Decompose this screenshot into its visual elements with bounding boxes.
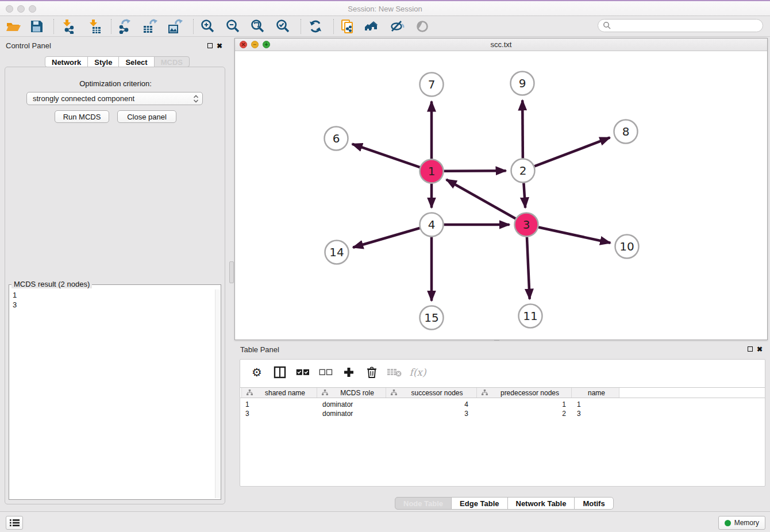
graph-edge-3-11[interactable] xyxy=(527,237,530,299)
task-history-button[interactable] xyxy=(6,516,23,530)
zoom-selected-icon[interactable] xyxy=(275,18,291,34)
export-image-icon[interactable] xyxy=(167,18,183,34)
table-panel-title: Table Panel xyxy=(240,345,279,354)
function-builder-icon: f(x) xyxy=(410,365,425,380)
graph-edge-4-14[interactable] xyxy=(353,228,419,248)
close-panel-button[interactable]: Close panel xyxy=(117,110,176,123)
graph-edge-2-8[interactable] xyxy=(534,137,610,166)
column-header-name[interactable]: name xyxy=(572,388,619,398)
memory-status-icon xyxy=(725,520,731,526)
cell-successor-nodes[interactable]: 4 xyxy=(386,400,477,409)
control-panel-float-icon[interactable] xyxy=(207,43,213,48)
tab-network[interactable]: Network xyxy=(45,56,88,67)
cell-successor-nodes[interactable]: 3 xyxy=(386,409,477,418)
tab-node-table[interactable]: Node Table xyxy=(395,497,452,510)
cell-mcds-role[interactable]: dominator xyxy=(317,400,386,409)
inactive-eye-icon[interactable] xyxy=(415,18,431,34)
column-header-predecessor-nodes[interactable]: predecessor nodes xyxy=(477,388,572,398)
table-header-row: shared name MCDS role successor nodes pr… xyxy=(240,387,765,398)
tab-select[interactable]: Select xyxy=(118,56,154,67)
home-icon[interactable] xyxy=(365,18,381,34)
cell-predecessor-nodes[interactable]: 2 xyxy=(477,409,572,418)
cell-shared-name[interactable]: 1 xyxy=(241,400,317,409)
control-panel-title: Control Panel xyxy=(6,41,51,50)
delete-column-icon[interactable] xyxy=(364,365,379,380)
dropdown-value: strongly connected component xyxy=(33,94,193,103)
memory-label: Memory xyxy=(734,519,759,527)
column-tree-icon xyxy=(322,390,328,396)
export-table-icon[interactable] xyxy=(142,18,158,34)
clone-network-icon[interactable] xyxy=(340,18,356,34)
column-header-shared-name[interactable]: shared name xyxy=(241,388,317,398)
zoom-in-icon[interactable] xyxy=(200,18,216,34)
result-line: 1 xyxy=(13,290,17,300)
table-settings-gear-icon[interactable]: ⚙ xyxy=(249,365,264,380)
main-toolbar xyxy=(0,16,770,37)
export-network-icon[interactable] xyxy=(117,18,133,34)
cell-mcds-role[interactable]: dominator xyxy=(317,409,386,418)
control-panel: Optimization criterion: strongly connect… xyxy=(5,67,225,504)
graph-node-label-2: 2 xyxy=(519,164,527,178)
search-box[interactable] xyxy=(598,19,763,32)
toolbar-separator xyxy=(301,19,301,34)
add-column-icon[interactable] xyxy=(341,365,356,380)
deselect-all-icon[interactable] xyxy=(318,365,333,380)
control-panel-tabs: Network Style Select MCDS xyxy=(45,56,190,67)
table-panel-float-icon[interactable] xyxy=(748,346,753,352)
column-tree-icon xyxy=(482,390,488,396)
cell-shared-name[interactable]: 3 xyxy=(241,409,317,418)
table-panel-close-icon[interactable]: ✖ xyxy=(757,346,763,353)
refresh-icon[interactable] xyxy=(307,18,324,34)
graph-edge-1-6[interactable] xyxy=(352,144,420,167)
cell-name[interactable]: 3 xyxy=(572,409,619,418)
cell-name[interactable]: 1 xyxy=(572,400,619,409)
graph-edge-3-10[interactable] xyxy=(538,228,610,243)
open-session-icon[interactable] xyxy=(5,18,21,34)
tab-mcds[interactable]: MCDS xyxy=(154,56,190,67)
network-window-titlebar[interactable]: ✕ − + scc.txt xyxy=(235,38,767,51)
tab-motifs[interactable]: Motifs xyxy=(574,497,613,510)
graph-edge-1-2[interactable] xyxy=(444,171,506,171)
memory-button[interactable]: Memory xyxy=(718,516,765,530)
zoom-out-icon[interactable] xyxy=(225,18,241,34)
control-panel-close-icon[interactable]: ✖ xyxy=(217,43,222,49)
graph-node-label-10: 10 xyxy=(619,240,634,253)
graph-node-label-6: 6 xyxy=(333,132,340,145)
table-row[interactable]: 1 dominator 4 1 1 xyxy=(240,400,765,409)
graph-node-label-14: 14 xyxy=(329,245,344,259)
cell-predecessor-nodes[interactable]: 1 xyxy=(477,400,572,409)
zoom-fit-icon[interactable] xyxy=(250,18,266,34)
optimization-criterion-dropdown[interactable]: strongly connected component xyxy=(26,92,203,105)
optimization-criterion-label: Optimization criterion: xyxy=(5,79,226,88)
result-scrollbar[interactable] xyxy=(215,290,220,498)
network-graph[interactable]: 7968124314101511 xyxy=(235,51,767,340)
graph-node-label-9: 9 xyxy=(519,76,526,90)
column-header-mcds-role[interactable]: MCDS role xyxy=(317,388,386,398)
column-header-successor-nodes[interactable]: successor nodes xyxy=(386,388,477,398)
graph-node-label-11: 11 xyxy=(523,309,537,323)
tab-network-table[interactable]: Network Table xyxy=(507,497,575,510)
network-canvas[interactable]: 7968124314101511 xyxy=(235,51,767,340)
select-all-icon[interactable] xyxy=(295,365,310,380)
save-session-icon[interactable] xyxy=(29,18,45,34)
search-input[interactable] xyxy=(614,21,763,31)
tab-edge-table[interactable]: Edge Table xyxy=(451,497,507,510)
toolbar-separator xyxy=(111,19,111,34)
table-row[interactable]: 3 dominator 3 2 3 xyxy=(240,409,765,418)
import-table-icon[interactable] xyxy=(86,18,102,34)
graph-edge-2-3[interactable] xyxy=(523,183,525,207)
graph-node-label-3: 3 xyxy=(523,218,530,232)
tab-style[interactable]: Style xyxy=(87,56,119,67)
toolbar-separator xyxy=(53,19,54,34)
graph-node-label-1: 1 xyxy=(428,164,436,178)
graph-edge-3-1[interactable] xyxy=(446,179,516,218)
graph-edge-2-9[interactable] xyxy=(522,100,523,158)
table-toolbar: ⚙ f(x) xyxy=(240,360,765,385)
hide-graphics-icon[interactable] xyxy=(390,18,406,34)
panel-divider-grip[interactable] xyxy=(229,261,234,283)
import-network-icon[interactable] xyxy=(60,18,76,34)
run-mcds-button[interactable]: Run MCDS xyxy=(55,110,109,123)
table-panel: Table Panel ✖ ⚙ f(x) xyxy=(234,342,768,510)
graph-node-label-7: 7 xyxy=(428,78,436,91)
show-columns-icon[interactable] xyxy=(272,365,287,380)
